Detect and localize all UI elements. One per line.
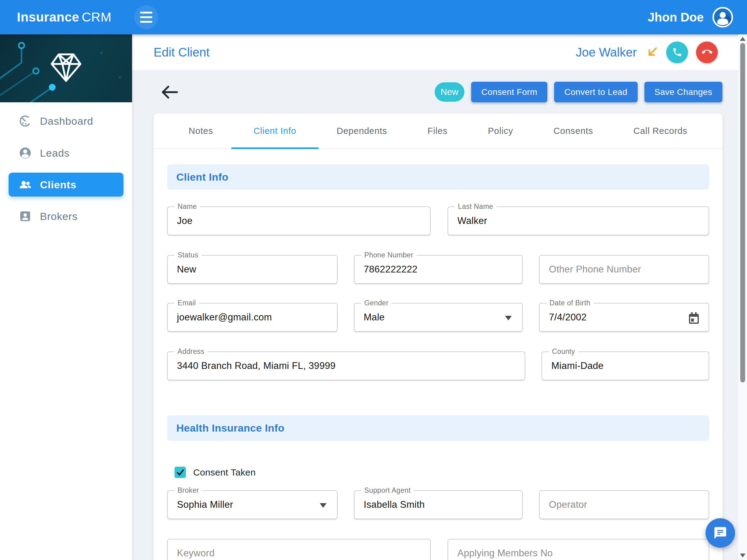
page-topbar: Edit Client Joe Walker	[132, 34, 747, 70]
call-received-arrow-icon	[646, 46, 658, 58]
scroll-up-arrow-icon[interactable]	[740, 37, 745, 41]
keyword-field[interactable]: Keyword	[167, 539, 431, 560]
scroll-down-arrow-icon[interactable]	[740, 554, 745, 558]
diamond-logo-icon	[48, 50, 84, 84]
header-user-area: Jhon Doe	[648, 0, 733, 34]
user-avatar-icon[interactable]	[712, 7, 733, 28]
field-value: Isabella Smith	[364, 491, 425, 518]
consent-taken-row: Consent Taken	[175, 467, 256, 478]
client-name-link[interactable]: Joe Walker	[575, 46, 637, 59]
app-logo: InsuranceCRM	[17, 10, 111, 25]
field-value: Miami-Dade	[551, 352, 603, 380]
back-button[interactable]	[160, 82, 179, 102]
checkbox-label: Consent Taken	[193, 467, 256, 478]
user-name: Jhon Doe	[648, 10, 704, 24]
phone-hangup-icon	[699, 45, 714, 59]
tab-call-records[interactable]: Call Records	[625, 113, 695, 148]
tab-consents[interactable]: Consents	[545, 113, 601, 148]
client-form-card: Notes Client Info Dependents Files Polic…	[154, 113, 722, 560]
field-value: Male	[364, 304, 385, 331]
health-insurance-section-header: Health Insurance Info	[167, 415, 709, 441]
sidebar-logo-banner	[0, 34, 132, 102]
consent-form-button[interactable]: Consent Form	[471, 82, 547, 102]
save-changes-button[interactable]: Save Changes	[644, 82, 722, 102]
field-value: Walker	[457, 207, 487, 235]
sidebar-item-brokers[interactable]: Brokers	[0, 204, 132, 229]
chat-fab-button[interactable]	[705, 518, 735, 548]
calendar-icon[interactable]	[688, 311, 700, 325]
people-icon	[19, 178, 31, 191]
field-placeholder: Operator	[549, 491, 587, 518]
menu-toggle-button[interactable]	[134, 5, 158, 29]
email-field[interactable]: Email joewalker@gmail.com	[167, 303, 338, 332]
app-header: InsuranceCRM Jhon Doe	[0, 0, 747, 34]
name-field[interactable]: Name Joe	[167, 206, 431, 235]
sidebar-item-label: Brokers	[40, 210, 78, 222]
tab-files[interactable]: Files	[419, 113, 456, 148]
field-value: joewalker@gmail.com	[177, 304, 272, 331]
sidebar-item-label: Leads	[40, 147, 70, 159]
consent-taken-checkbox[interactable]	[175, 467, 186, 478]
field-placeholder: Applying Members No	[457, 539, 553, 560]
county-field[interactable]: County Miami-Dade	[542, 351, 709, 380]
section-title: Health Insurance Info	[176, 422, 284, 434]
sidebar: Dashboard Leads Clients	[0, 34, 132, 560]
section-title: Client Info	[176, 171, 229, 183]
status-field[interactable]: Status New	[167, 255, 338, 284]
operator-field[interactable]: Operator	[539, 490, 709, 519]
sidebar-item-leads[interactable]: Leads	[0, 141, 132, 165]
field-placeholder: Keyword	[177, 539, 215, 560]
sidebar-item-label: Dashboard	[40, 115, 93, 127]
answer-call-button[interactable]	[666, 42, 688, 63]
person-circle-icon	[19, 147, 31, 159]
other-phone-field[interactable]: Other Phone Number	[539, 255, 709, 284]
page-title: Edit Client	[154, 46, 209, 59]
support-agent-field[interactable]: Support Agent Isabella Smith	[354, 490, 523, 519]
date-of-birth-field[interactable]: Date of Birth 7/4/2002	[539, 303, 709, 332]
broker-select[interactable]: Broker Sophia Miller	[167, 490, 338, 519]
checkmark-icon	[176, 468, 185, 477]
brand-regular: CRM	[82, 10, 111, 24]
tab-policy[interactable]: Policy	[480, 113, 521, 148]
sidebar-item-clients[interactable]: Clients	[8, 173, 124, 197]
gender-select[interactable]: Gender Male	[354, 303, 523, 332]
hangup-call-button[interactable]	[696, 42, 718, 63]
sidebar-item-label: Clients	[40, 179, 76, 191]
client-info-section-header: Client Info	[167, 164, 709, 189]
convert-to-lead-button[interactable]: Convert to Lead	[554, 82, 637, 102]
hamburger-icon	[140, 12, 152, 14]
tab-dependents[interactable]: Dependents	[329, 113, 395, 148]
sidebar-item-dashboard[interactable]: Dashboard	[0, 109, 132, 133]
gauge-icon	[19, 115, 31, 127]
phone-icon	[672, 47, 682, 57]
person-badge-icon	[19, 210, 31, 222]
field-value: New	[177, 256, 196, 283]
chevron-down-icon	[505, 316, 512, 321]
tab-bar: Notes Client Info Dependents Files Polic…	[154, 113, 722, 149]
field-value: 7862222222	[364, 256, 417, 283]
field-value: 3440 Branch Road, Miami FL, 39999	[177, 352, 336, 380]
address-field[interactable]: Address 3440 Branch Road, Miami FL, 3999…	[167, 351, 525, 380]
chevron-down-icon	[320, 503, 327, 508]
chat-bubble-icon	[713, 526, 727, 540]
action-buttons-row: New Consent Form Convert to Lead Save Ch…	[435, 82, 722, 102]
field-value: 7/4/2002	[549, 304, 587, 331]
brand-bold: Insurance	[17, 10, 79, 24]
scrollbar-thumb[interactable]	[740, 43, 745, 382]
vertical-scrollbar[interactable]	[739, 34, 747, 560]
insurance-crm-app: { "header": { "brand_bold": "Insurance",…	[0, 0, 747, 560]
tab-client-info[interactable]: Client Info	[246, 113, 304, 148]
phone-number-field[interactable]: Phone Number 7862222222	[354, 255, 523, 284]
field-placeholder: Other Phone Number	[549, 256, 641, 283]
status-badge: New	[435, 82, 464, 102]
applying-members-field[interactable]: Applying Members No	[447, 539, 709, 560]
client-call-cluster: Joe Walker	[575, 42, 718, 63]
tab-notes[interactable]: Notes	[181, 113, 221, 148]
sidebar-nav: Dashboard Leads Clients	[0, 109, 132, 229]
last-name-field[interactable]: Last Name Walker	[447, 206, 709, 235]
field-value: Sophia Miller	[177, 491, 233, 518]
field-value: Joe	[177, 207, 192, 235]
